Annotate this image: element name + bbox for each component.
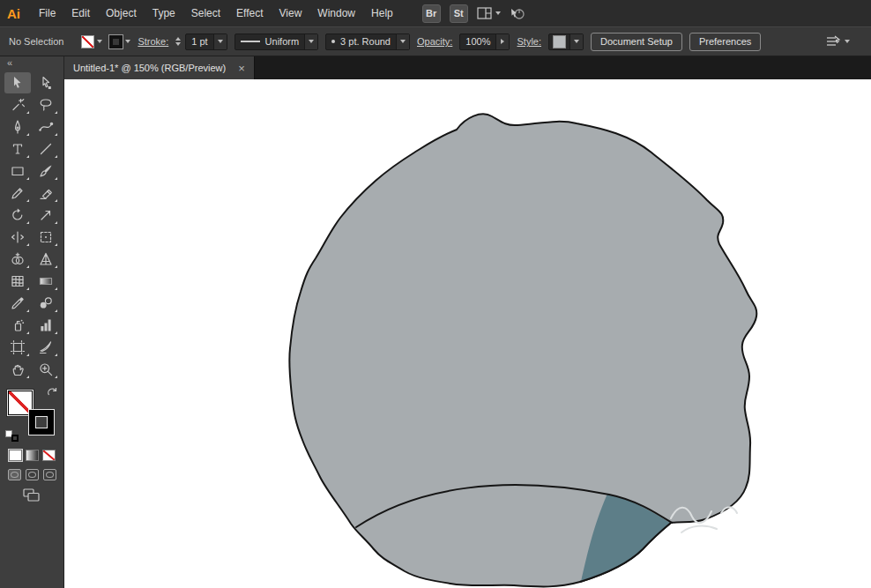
scale-tool[interactable] [33,205,59,226]
pen-tool[interactable] [4,116,31,138]
brush-value: 3 pt. Round [335,36,396,47]
artboard-canvas[interactable] [64,79,871,588]
control-panel: No Selection Stroke: 1 pt Uniform 3 pt. … [0,26,871,56]
gpu-performance-icon[interactable] [510,6,525,20]
gradient-tool[interactable] [33,271,59,292]
preferences-button[interactable]: Preferences [689,33,761,51]
stroke-weight-select[interactable]: 1 pt [185,33,227,50]
slice-tool[interactable] [33,337,59,358]
mesh-tool[interactable] [4,271,31,292]
draw-mode-row [0,469,63,480]
color-button[interactable] [9,450,22,461]
workspace-switcher-button[interactable] [477,7,501,19]
menu-file[interactable]: File [31,7,63,19]
fill-color-control[interactable] [81,35,102,48]
lasso-tool[interactable] [33,94,59,115]
document-tab[interactable]: Untitled-1* @ 150% (RGB/Preview) × [64,56,255,79]
chevron-down-icon [495,11,501,15]
screen-mode-row [0,488,63,502]
illustrator-window: Ai FileEditObjectTypeSelectEffectViewWin… [0,0,871,588]
gradient-button[interactable] [26,450,39,461]
artwork [64,79,871,588]
menu-select[interactable]: Select [183,7,228,19]
document-tabstrip: Untitled-1* @ 150% (RGB/Preview) × [64,56,871,79]
toolbar-collapse-button[interactable]: « [0,56,63,72]
pencil-tool[interactable] [4,182,31,204]
opacity-panel-label[interactable]: Opacity: [417,36,452,47]
align-options-control[interactable] [825,35,862,48]
magic-wand-tool[interactable] [4,94,31,115]
style-panel-label[interactable]: Style: [517,36,541,47]
artboard-tool[interactable] [4,337,31,358]
none-button[interactable] [42,450,56,461]
bridge-button[interactable]: Br [422,4,441,23]
free-transform-tool[interactable] [33,227,59,248]
rotate-tool[interactable] [4,205,31,226]
draw-normal-button[interactable] [8,469,21,480]
stroke-weight-value: 1 pt [186,36,212,47]
selection-tool[interactable] [4,72,31,93]
fill-none-swatch [81,35,94,48]
column-graph-tool[interactable] [33,315,59,336]
type-tool[interactable] [4,138,31,160]
menu-window[interactable]: Window [309,7,363,19]
menu-object[interactable]: Object [98,7,145,19]
menubar: Ai FileEditObjectTypeSelectEffectViewWin… [0,0,871,26]
stock-button[interactable]: St [450,4,468,23]
rock-shape[interactable] [289,114,756,586]
default-fill-stroke-icon[interactable] [5,430,19,442]
line-segment-tool[interactable] [33,138,59,160]
width-profile-select[interactable]: Uniform [234,33,319,50]
tools-panel: « [0,56,64,588]
document-setup-button[interactable]: Document Setup [591,33,682,51]
stroke-color-swatch [109,35,123,48]
curvature-tool[interactable] [33,116,59,138]
eraser-tool[interactable] [33,182,59,204]
draw-inside-button[interactable] [43,469,56,480]
paintbrush-tool[interactable] [33,160,59,182]
stroke-panel-label[interactable]: Stroke: [138,36,168,47]
uniform-profile-icon [241,41,260,42]
menu-help[interactable]: Help [363,7,401,19]
style-select[interactable] [548,33,584,50]
hand-tool[interactable] [4,359,31,380]
menu-items: FileEditObjectTypeSelectEffectViewWindow… [31,7,401,19]
align-icon [825,35,841,48]
stepper-down-icon [175,42,181,46]
shape-builder-tool[interactable] [4,249,31,270]
screen-mode-button[interactable] [23,488,40,502]
selection-status: No Selection [9,36,63,47]
combo-arrow [396,34,409,49]
symbol-sprayer-tool[interactable] [4,315,31,336]
stroke-color-control[interactable] [109,35,130,48]
tab-title: Untitled-1* @ 150% (RGB/Preview) [73,63,226,73]
tab-close-button[interactable]: × [238,63,245,74]
stroke-swatch[interactable] [29,410,54,435]
menu-view[interactable]: View [272,7,310,19]
blend-tool[interactable] [33,293,59,314]
rectangle-tool[interactable] [4,160,31,182]
opacity-select[interactable]: 100% [459,33,510,50]
app-logo-icon: Ai [7,6,20,21]
perspective-grid-tool[interactable] [33,249,59,270]
zoom-tool[interactable] [33,359,59,380]
workspace-grid-icon [477,7,492,19]
draw-behind-button[interactable] [26,469,39,480]
menu-effect[interactable]: Effect [228,7,271,19]
chevron-down-icon [845,40,850,43]
width-tool[interactable] [4,227,31,248]
swap-fill-stroke-icon[interactable] [47,387,58,398]
stroke-weight-stepper[interactable] [175,37,181,46]
menu-edit[interactable]: Edit [63,7,98,19]
screen-mode-icon [23,488,40,502]
menu-type[interactable]: Type [145,7,183,19]
combo-flyout [495,34,509,49]
combo-arrow [213,34,227,49]
style-swatch [553,35,566,48]
direct-selection-tool[interactable] [33,72,59,93]
eyedropper-tool[interactable] [4,293,31,314]
brush-select[interactable]: 3 pt. Round [325,33,410,50]
chevron-down-icon [125,40,130,43]
chevron-down-icon [97,40,102,43]
width-profile-value: Uniform [260,36,305,47]
